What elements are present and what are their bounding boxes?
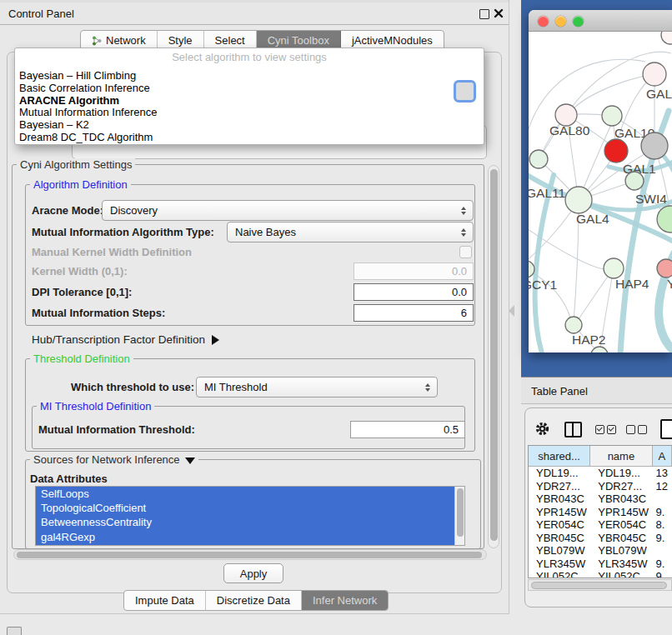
algorithm-option[interactable]: Dream8 DC_TDC Algorithm: [19, 132, 479, 144]
select-all-icon[interactable]: [595, 425, 616, 434]
table-row[interactable]: YBR043CYBR043C: [529, 492, 672, 506]
aracne-mode-combobox[interactable]: Discovery: [102, 200, 474, 221]
table-row[interactable]: YBL079WYBL079W: [529, 544, 672, 558]
node-table: shared...nameA YDL19...YDL19...13YDR27..…: [528, 445, 672, 578]
close-traffic-light[interactable]: [538, 16, 549, 27]
which-threshold-combobox[interactable]: MI Threshold: [196, 377, 438, 398]
attribute-item[interactable]: gal4RGexp: [36, 530, 454, 544]
manual-kernel-width-label: Manual Kernel Width Definition: [32, 242, 192, 262]
hub-definition-toggle[interactable]: Hub/Transcription Factor Definition: [32, 329, 219, 350]
table-row[interactable]: YPR145WYPR145W9.: [529, 506, 672, 519]
mi-algorithm-type-combobox[interactable]: Naive Bayes: [227, 222, 474, 242]
minimized-panel-icon[interactable]: [7, 627, 22, 635]
network-node-swi4[interactable]: [625, 172, 644, 190]
network-edge-thick[interactable]: [535, 175, 554, 352]
control-panel-titlebar: [0, 0, 509, 25]
table-row[interactable]: YLR345WYLR345W9.: [529, 558, 672, 571]
sources-group-title[interactable]: Sources for Network Inference: [30, 453, 198, 466]
node-label-y: Y: [667, 277, 672, 291]
zoom-traffic-light[interactable]: [573, 16, 584, 27]
network-node-hap4[interactable]: [604, 258, 624, 278]
algorithm-option[interactable]: Basic Correlation Inference: [19, 82, 479, 95]
dpi-tolerance-label: DPI Tolerance [0,1]:: [32, 282, 132, 302]
tab-label: Impute Data: [135, 594, 194, 607]
table-row[interactable]: YDL19...YDL19...13: [529, 467, 672, 480]
table-cell: 9.: [653, 532, 672, 545]
table-body: YDL19...YDL19...13YDR27...YDR27...12YBR0…: [529, 467, 672, 578]
network-view-window: GALGAL80GAL10GAL1GAL11GAL4SWI4GCY1HAP4YH…: [529, 10, 672, 352]
column-chooser-icon[interactable]: [564, 422, 582, 438]
table-row[interactable]: YDR27...YDR27...12: [529, 480, 672, 493]
minimize-traffic-light[interactable]: [555, 16, 566, 27]
network-icon: [92, 36, 102, 46]
table-cell: YPR145W: [529, 506, 590, 519]
algorithm-option[interactable]: Bayesian – K2: [19, 119, 479, 132]
tab-label: jActiveMNodules: [352, 34, 433, 47]
table-row[interactable]: YBR045CYBR045C9.: [529, 532, 672, 545]
document-icon[interactable]: [660, 419, 672, 439]
attributes-scrollbar[interactable]: [454, 487, 464, 545]
tab-label: Infer Network: [313, 594, 377, 607]
tab-label: Discretize Data: [217, 594, 290, 607]
kernel-width-field[interactable]: 0.0: [354, 262, 474, 280]
dpi-tolerance-field[interactable]: 0.0: [354, 283, 474, 301]
close-icon[interactable]: [494, 8, 504, 18]
panel-splitter-handle[interactable]: [509, 305, 514, 317]
table-header-row: shared...nameA: [529, 446, 672, 467]
algorithm-option[interactable]: Mutual Information Inference: [19, 107, 479, 119]
mi-steps-field[interactable]: 6: [354, 304, 474, 322]
column-header-shared[interactable]: shared...: [529, 446, 590, 467]
network-node-gal1[interactable]: [604, 139, 628, 162]
network-node[interactable]: [661, 32, 672, 44]
column-header-A[interactable]: A: [653, 446, 672, 467]
bottom-tab-bar: Impute DataDiscretize DataInfer Network: [123, 590, 389, 611]
algorithm-combobox-arrow-fragment[interactable]: [454, 80, 476, 102]
mi-algorithm-type-label: Mutual Information Algorithm Type:: [32, 222, 214, 242]
network-node-y[interactable]: [657, 259, 672, 278]
aracne-mode-label: Aracne Mode:: [32, 200, 103, 221]
attribute-item[interactable]: BetweennessCentrality: [36, 515, 454, 529]
network-window-titlebar[interactable]: [529, 10, 672, 32]
network-node-gal11[interactable]: [529, 150, 548, 168]
network-node-gal4[interactable]: [565, 187, 592, 213]
network-node-gal[interactable]: [643, 62, 666, 86]
network-node[interactable]: [657, 206, 672, 232]
tab-impute-data[interactable]: Impute Data: [124, 591, 206, 610]
table-cell: YBR043C: [590, 492, 652, 506]
settings-horizontal-scrollbar[interactable]: [13, 549, 487, 560]
manual-kernel-width-checkbox[interactable]: [459, 246, 472, 258]
table-panel-title: Table Panel: [531, 385, 588, 398]
table-row[interactable]: YIL052CYIL052C9: [529, 570, 672, 578]
network-node[interactable]: [641, 132, 668, 159]
data-attributes-list[interactable]: SelfLoopsTopologicalCoefficientBetweenne…: [35, 486, 465, 546]
settings-vertical-scrollbar[interactable]: [488, 165, 499, 548]
tab-discretize-data[interactable]: Discretize Data: [206, 591, 302, 610]
network-node-gal10[interactable]: [602, 106, 622, 126]
table-cell: YIL052C: [529, 570, 590, 578]
apply-button[interactable]: Apply: [223, 563, 283, 583]
table-cell: YBR045C: [529, 532, 590, 545]
algorithm-popup-list: Bayesian – Hill ClimbingBasic Correlatio…: [19, 70, 479, 144]
algorithm-option[interactable]: Bayesian – Hill Climbing: [19, 70, 479, 82]
gear-icon[interactable]: [534, 421, 550, 437]
which-threshold-value: MI Threshold: [197, 381, 422, 393]
attribute-item-partial[interactable]: [36, 544, 454, 546]
table-row[interactable]: YER054CYER054C8.: [529, 518, 672, 532]
table-horizontal-scrollbar[interactable]: [528, 579, 672, 591]
node-label-swi4: SWI4: [635, 192, 667, 206]
node-label-gal: GAL: [646, 87, 672, 101]
float-window-icon[interactable]: [479, 9, 489, 19]
tab-infer-network[interactable]: Infer Network: [302, 591, 388, 610]
mi-threshold-field[interactable]: 0.5: [350, 421, 465, 438]
table-cell: YDR27...: [529, 480, 590, 493]
algorithm-option[interactable]: ARACNE Algorithm: [19, 95, 479, 108]
column-header-name[interactable]: name: [590, 446, 652, 467]
network-node-hap2[interactable]: [565, 317, 582, 333]
combo-arrows-icon: [422, 383, 434, 392]
sources-title-text: Sources for Network Inference: [33, 453, 180, 466]
attribute-item[interactable]: TopologicalCoefficient: [36, 501, 454, 515]
table-cell: 9.: [653, 558, 672, 571]
deselect-all-icon[interactable]: [626, 425, 647, 434]
attribute-item[interactable]: SelfLoops: [36, 487, 454, 501]
network-canvas[interactable]: GALGAL80GAL10GAL1GAL11GAL4SWI4GCY1HAP4YH…: [529, 32, 672, 352]
